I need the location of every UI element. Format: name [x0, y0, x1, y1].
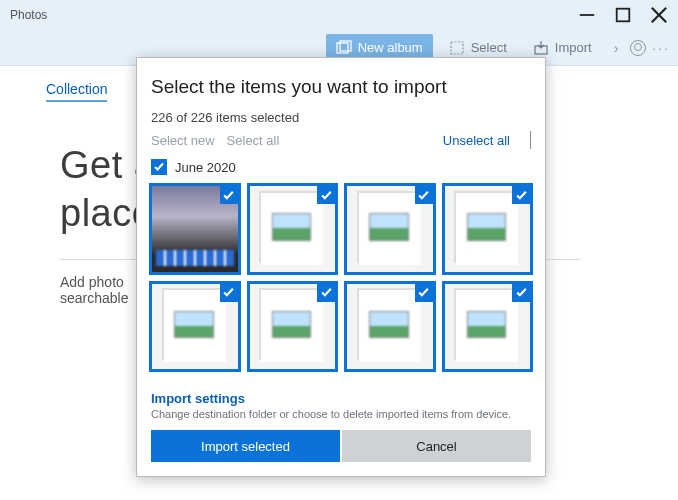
- checkmark-icon: [220, 284, 238, 302]
- album-icon: [336, 40, 352, 56]
- window-titlebar: Photos: [0, 0, 678, 30]
- new-album-label: New album: [358, 40, 423, 55]
- cancel-button[interactable]: Cancel: [342, 430, 531, 462]
- dialog-title: Select the items you want to import: [151, 76, 531, 98]
- thumbnail-item[interactable]: [344, 281, 436, 373]
- thumbnail-grid: [137, 183, 545, 379]
- thumbnail-item[interactable]: [442, 281, 534, 373]
- thumbnail-item[interactable]: [442, 183, 534, 275]
- thumbnail-item[interactable]: [247, 183, 339, 275]
- thumbnail-item[interactable]: [149, 281, 241, 373]
- import-selected-button[interactable]: Import selected: [151, 430, 340, 462]
- group-checkbox[interactable]: [151, 159, 167, 175]
- checkmark-icon: [415, 186, 433, 204]
- svg-rect-6: [451, 42, 463, 54]
- select-label: Select: [471, 40, 507, 55]
- thumbnail-item[interactable]: [344, 183, 436, 275]
- selection-count: 226 of 226 items selected: [137, 104, 545, 125]
- import-settings-link[interactable]: Import settings: [151, 385, 531, 406]
- import-label: Import: [555, 40, 592, 55]
- checkmark-icon: [317, 284, 335, 302]
- import-icon: [533, 40, 549, 56]
- minimize-button[interactable]: [578, 6, 596, 24]
- overflow-chevron-icon[interactable]: ›: [608, 40, 625, 56]
- window-title: Photos: [10, 8, 47, 22]
- tab-collection[interactable]: Collection: [46, 81, 107, 102]
- thumbnail-item[interactable]: [247, 281, 339, 373]
- select-all-link[interactable]: Select all: [227, 133, 280, 148]
- import-settings-desc: Change destination folder or choose to d…: [151, 406, 531, 430]
- account-icon[interactable]: [630, 40, 646, 56]
- select-new-link[interactable]: Select new: [151, 133, 215, 148]
- checkmark-icon: [512, 186, 530, 204]
- import-dialog: Select the items you want to import 226 …: [136, 57, 546, 477]
- checkmark-icon: [512, 284, 530, 302]
- thumbnail-item[interactable]: [149, 183, 241, 275]
- group-label: June 2020: [175, 160, 236, 175]
- maximize-button[interactable]: [614, 6, 632, 24]
- more-icon[interactable]: ···: [652, 40, 670, 56]
- unselect-all-link[interactable]: Unselect all: [443, 133, 510, 148]
- checkmark-icon: [415, 284, 433, 302]
- select-icon: [449, 40, 465, 56]
- checkmark-icon: [220, 186, 238, 204]
- svg-rect-1: [617, 9, 630, 22]
- scrollbar-track[interactable]: [530, 131, 531, 149]
- close-button[interactable]: [650, 6, 668, 24]
- checkmark-icon: [317, 186, 335, 204]
